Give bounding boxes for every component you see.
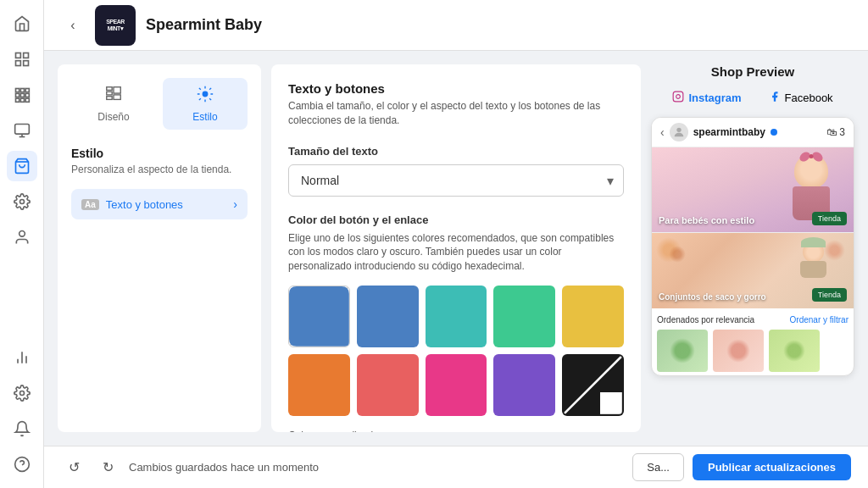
products-header: Ordenados por relevancia Ordenar y filtr… xyxy=(657,315,849,324)
hero1-text: Para bebés con estilo xyxy=(659,215,754,225)
svg-rect-29 xyxy=(114,95,120,100)
tab-row: Diseño Estilo xyxy=(71,78,248,130)
panel-title: Texto y botones xyxy=(288,81,624,96)
svg-rect-25 xyxy=(107,87,112,91)
color-swatch-purple[interactable] xyxy=(493,354,555,416)
svg-rect-7 xyxy=(15,93,19,97)
color-description: Elige uno de los siguientes colores reco… xyxy=(288,231,624,274)
hero2-button[interactable]: Tienda xyxy=(812,288,847,302)
phone-cart: 🛍 3 xyxy=(826,126,845,138)
save-status: Cambios guardados hace un momento xyxy=(129,461,624,474)
sidebar-icon-shop[interactable] xyxy=(7,151,37,181)
svg-rect-11 xyxy=(20,98,24,102)
preview-tabs: Instagram Facebook xyxy=(651,87,854,108)
custom-color-label: Color personalizado xyxy=(288,430,624,432)
svg-rect-9 xyxy=(25,93,29,97)
save-draft-button[interactable]: Sa... xyxy=(632,453,684,481)
font-size-select[interactable]: Normal Pequeño Grande xyxy=(288,164,624,197)
products-filter[interactable]: Ordenar y filtrar xyxy=(790,315,849,324)
tab-instagram[interactable]: Instagram xyxy=(665,87,748,108)
verified-dot xyxy=(771,129,777,136)
svg-rect-13 xyxy=(14,125,29,135)
color-swatch-pink[interactable] xyxy=(426,354,487,416)
svg-rect-28 xyxy=(114,87,120,93)
product-thumb-1[interactable] xyxy=(657,330,708,372)
svg-rect-6 xyxy=(25,89,29,92)
color-swatch-black[interactable] xyxy=(562,354,624,416)
phone-back-icon[interactable]: ‹ xyxy=(660,125,665,139)
undo-button[interactable]: ↺ xyxy=(61,455,86,480)
svg-rect-12 xyxy=(25,98,29,102)
panel-subtitle: Cambia el tamaño, el color y el aspecto … xyxy=(288,99,624,128)
color-swatch-salmon[interactable] xyxy=(357,354,419,416)
color-swatch-white[interactable] xyxy=(288,286,350,347)
product-thumb-2[interactable] xyxy=(713,330,764,372)
instagram-icon xyxy=(672,91,684,105)
bottom-bar: ↺ ↻ Cambios guardados hace un momento Sa… xyxy=(44,446,868,488)
section-subtitle: Personaliza el aspecto de la tienda. xyxy=(71,164,248,175)
font-size-select-wrapper: Normal Pequeño Grande ▾ xyxy=(288,164,624,197)
svg-point-22 xyxy=(19,391,24,396)
sidebar-icon-help[interactable] xyxy=(7,449,37,480)
svg-rect-8 xyxy=(20,93,24,97)
back-button[interactable]: ‹ xyxy=(61,14,85,37)
svg-point-34 xyxy=(676,128,681,132)
svg-rect-32 xyxy=(674,92,684,102)
facebook-icon xyxy=(769,91,781,105)
brand-name: Spearmint Baby xyxy=(146,16,262,34)
tab-style[interactable]: Estilo xyxy=(163,78,248,130)
svg-rect-4 xyxy=(15,89,19,92)
sidebar-icon-grid[interactable] xyxy=(7,44,37,75)
sidebar-icon-settings[interactable] xyxy=(7,186,37,217)
hero-image-1: Para bebés con estilo Tienda xyxy=(652,147,854,232)
svg-point-18 xyxy=(19,231,25,237)
tab-design-label: Diseño xyxy=(97,111,129,123)
redo-button[interactable]: ↻ xyxy=(95,455,120,480)
phone-frame: ‹ spearmintbaby 🛍 3 xyxy=(651,117,854,376)
preview-title: Shop Preview xyxy=(651,64,854,79)
left-panel: Diseño Estilo Estilo Personaliza el aspe… xyxy=(58,64,261,432)
publish-button[interactable]: Publicar actualizaciones xyxy=(693,454,851,480)
phone-header: ‹ spearmintbaby 🛍 3 xyxy=(652,118,854,147)
sidebar-icon-apps[interactable] xyxy=(7,80,37,110)
svg-rect-3 xyxy=(23,61,28,66)
tab-facebook[interactable]: Facebook xyxy=(762,87,840,108)
instagram-label: Instagram xyxy=(688,92,741,104)
color-swatch-teal[interactable] xyxy=(426,286,487,347)
header: ‹ SPEARMINT▾ Spearmint Baby xyxy=(44,0,868,51)
font-size-label: Tamaño del texto xyxy=(288,145,624,158)
color-swatch-yellow[interactable] xyxy=(562,286,624,347)
products-row: Ordenados por relevancia Ordenar y filtr… xyxy=(652,308,854,375)
sidebar-icon-bell[interactable] xyxy=(7,413,37,444)
color-swatch-green[interactable] xyxy=(493,286,555,347)
design-icon xyxy=(104,85,123,108)
products-grid xyxy=(657,330,849,372)
section-title: Estilo xyxy=(71,147,248,160)
color-swatch-orange[interactable] xyxy=(288,354,350,416)
hero2-text: Conjuntos de saco y gorro xyxy=(659,292,766,302)
menu-item-arrow: › xyxy=(233,197,237,211)
svg-rect-26 xyxy=(107,92,112,95)
tab-design[interactable]: Diseño xyxy=(71,78,156,130)
sidebar-icon-user[interactable] xyxy=(7,222,37,252)
facebook-label: Facebook xyxy=(785,92,833,104)
sidebar-icon-settings2[interactable] xyxy=(7,378,37,408)
svg-rect-1 xyxy=(23,53,28,58)
svg-rect-2 xyxy=(15,61,20,66)
color-grid xyxy=(288,286,624,416)
product-thumb-3[interactable] xyxy=(769,330,820,372)
svg-rect-10 xyxy=(15,98,19,102)
tab-style-label: Estilo xyxy=(192,111,217,123)
menu-item-text-buttons[interactable]: Aa Texto y botones › xyxy=(71,189,248,219)
svg-rect-0 xyxy=(15,53,20,58)
hero-image-2: Conjuntos de saco y gorro Tienda xyxy=(652,232,854,308)
color-section-title: Color del botón y el enlace xyxy=(288,214,624,226)
color-swatch-blue[interactable] xyxy=(357,286,419,347)
sidebar-icon-home[interactable] xyxy=(7,8,37,39)
hero1-button[interactable]: Tienda xyxy=(812,212,847,225)
sidebar-icon-monitor[interactable] xyxy=(7,115,37,146)
content-area: Diseño Estilo Estilo Personaliza el aspe… xyxy=(44,51,868,446)
products-label: Ordenados por relevancia xyxy=(657,315,754,324)
phone-username: spearmintbaby xyxy=(693,126,821,138)
sidebar-icon-chart[interactable] xyxy=(7,342,37,373)
